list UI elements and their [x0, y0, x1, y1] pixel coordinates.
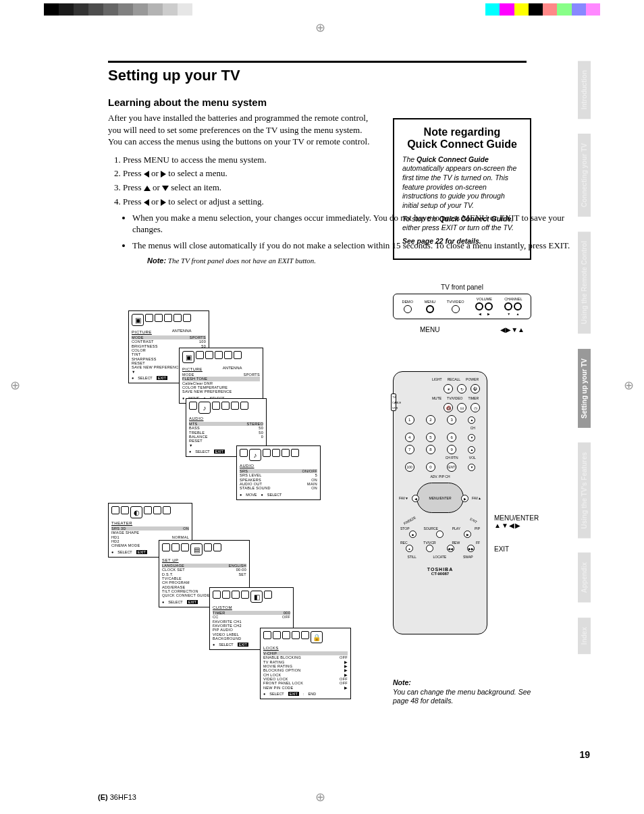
- notebox-title: Note regardingQuick Connect Guide: [402, 126, 522, 151]
- arrow-down-icon: [162, 186, 169, 191]
- intro-text: After you have installed the batteries a…: [108, 112, 378, 148]
- title-rule: [108, 61, 527, 63]
- vol-up-icon: [485, 302, 493, 310]
- tvvcr-icon: [426, 545, 433, 552]
- tv-front-panel: TV front panel DEMO MENU TV/VIDEO VOLUME…: [393, 283, 531, 333]
- sidebar-tab: Using the TV's Features: [578, 443, 591, 539]
- notebox-p2: To stop the Quick Connect Guide, either …: [402, 215, 522, 233]
- recall-button-icon: ↻: [457, 384, 466, 394]
- front-panel-title: TV front panel: [393, 283, 531, 291]
- ff-icon: ▶▶: [467, 545, 475, 552]
- arrow-up-icon: [144, 186, 151, 191]
- front-arrows-label: ◀▶▼▲: [500, 326, 525, 333]
- front-menu-label: MENU: [420, 326, 439, 333]
- sidebar-tabs: IntroductionConnecting your TVUsing the …: [578, 61, 597, 669]
- sidebar-tab: Appendix: [578, 553, 591, 603]
- callout-menu-enter: MENU/ENTER ▲▼◀▶: [494, 514, 539, 529]
- bottom-note: Note: You can change the menu background…: [393, 678, 531, 706]
- menu-audio2: ♪ AUDIO SRSON/OFFSRS LEVEL5SPEAKERSONAUD…: [236, 445, 321, 500]
- timer-button-icon: ◷: [471, 403, 480, 412]
- model-label: CT-90087: [399, 572, 481, 576]
- tvvideo-button-icon: ⊟: [457, 403, 466, 412]
- sidebar-tab: Using the Remote Control: [578, 232, 591, 333]
- arrow-left-icon: [144, 199, 149, 206]
- stop-icon: ■: [409, 531, 417, 538]
- section-title: Learning about the menu system: [108, 97, 594, 108]
- page-title: Setting up your TV: [108, 67, 594, 84]
- ch-down-icon: [504, 302, 512, 310]
- sidebar-tab: Index: [578, 618, 591, 654]
- tvvideo-button-icon: [452, 305, 460, 313]
- quick-connect-note-box: Note regardingQuick Connect Guide The Qu…: [393, 118, 531, 260]
- notebox-p1: The Quick Connect Guide automatically ap…: [402, 155, 522, 211]
- remote-diagram: TVCABLEVCR LIGHTRECALLPOWER ☀↻⏻ MUTETV/V…: [393, 371, 548, 634]
- power-button-icon: ⏻: [471, 384, 480, 394]
- sidebar-tab: Connecting your TV: [578, 134, 591, 217]
- page-number: 19: [579, 749, 590, 760]
- rec-icon: ●: [406, 545, 413, 552]
- notebox-see: See page 22 for details.: [402, 237, 522, 246]
- arrow-left-icon: [144, 171, 149, 178]
- mute-button-icon: 🔇: [444, 403, 453, 412]
- play-icon: ▶: [464, 531, 471, 538]
- callout-exit: EXIT: [494, 545, 509, 553]
- menu-enter-pad-icon: MENU/ENTER ◀ ▶: [417, 483, 464, 513]
- menu-locks: 🔒 LOCKS V-CHIP ENABLE BLOCKINGOFF TV RAT…: [260, 628, 351, 699]
- menu-button-icon: [426, 305, 434, 313]
- rew-icon: ◀◀: [447, 545, 454, 552]
- menu-picture2: ▣ PICTUREANTENNA MODESPORTSFLESH TONECab…: [179, 348, 263, 404]
- vol-down-icon: [475, 302, 483, 310]
- menu-screenshots: ▣ PICTUREANTENNA MODESPORTSCONTRAST100BR…: [108, 310, 371, 715]
- source-icon: [436, 531, 444, 538]
- footer-code: (E) 36HF13: [98, 793, 136, 801]
- mode-switch-icon: TVCABLEVCR: [391, 394, 396, 411]
- arrow-right-icon: [161, 171, 166, 178]
- arrow-right-icon: [161, 199, 166, 206]
- light-button-icon: ☀: [444, 384, 453, 394]
- ch-up-icon: [514, 302, 522, 310]
- sidebar-tab: Introduction: [578, 61, 591, 119]
- sidebar-tab: Setting up your TV: [578, 349, 591, 428]
- brand-label: TOSHIBA: [399, 567, 481, 572]
- demo-button-icon: [404, 305, 412, 313]
